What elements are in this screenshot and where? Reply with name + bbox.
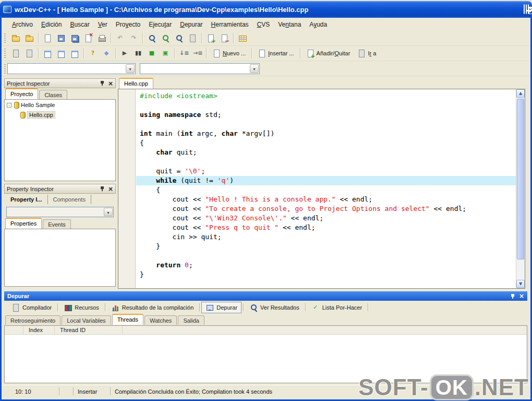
find-button[interactable]	[145, 32, 159, 44]
debug-diamond-button[interactable]: ◆	[100, 47, 113, 60]
project-tree[interactable]: -Hello SampleHello.cpp	[4, 99, 116, 181]
project-tab-proyecto[interactable]: Proyecto	[5, 88, 38, 99]
compile-button[interactable]	[9, 47, 22, 60]
find-next-button[interactable]	[172, 32, 186, 44]
menu-ejecutar[interactable]: Ejecutar	[144, 19, 176, 30]
menu-buscar[interactable]: Buscar	[66, 19, 93, 30]
depurar-button[interactable]: Depurar	[201, 302, 241, 313]
next-step-button[interactable]: ↓≡	[177, 47, 190, 60]
save-all-button[interactable]	[68, 32, 81, 44]
tree-node-hello-sample[interactable]: -Hello Sample	[5, 100, 115, 110]
a-adir-quitar-button[interactable]: Añadir/Quitar	[303, 48, 354, 58]
print-button[interactable]	[95, 32, 108, 44]
ver-resultados-button[interactable]: Ver Resultados	[245, 302, 304, 313]
editor-tab-hello-cpp[interactable]: Hello.cpp	[119, 78, 153, 89]
menu-ayuda[interactable]: Ayuda	[305, 19, 331, 30]
add-file-button[interactable]	[204, 32, 217, 44]
property-object-combo[interactable]: ▼	[6, 207, 114, 217]
lista-por-hacer-button[interactable]: ✓Lista Por-Hacer	[307, 302, 366, 313]
pause-button[interactable]: ▮▮	[131, 47, 145, 60]
nuevo-button[interactable]: Nuevo ...	[209, 48, 249, 58]
scrollbar-thumb[interactable]	[517, 99, 524, 260]
chevron-down-icon[interactable]: ▼	[126, 64, 135, 73]
chevron-down-icon[interactable]: ▼	[104, 208, 113, 216]
toolbar-grip[interactable]	[4, 33, 6, 43]
menu-archivo[interactable]: Archivo	[8, 19, 37, 30]
open-project-button[interactable]	[9, 32, 22, 44]
prop-top-tab-property-i[interactable]: Property I...	[5, 195, 48, 204]
project-inspector-header[interactable]: Project Inspector ×	[4, 78, 116, 88]
menu-cvs[interactable]: CVS	[253, 19, 274, 30]
property-grid[interactable]	[4, 229, 116, 287]
stop-button[interactable]: ■	[145, 47, 159, 60]
close-file-button[interactable]	[81, 32, 95, 44]
new-form-button[interactable]	[41, 47, 54, 60]
minimize-button[interactable]	[524, 4, 525, 14]
menu-ventana[interactable]: Ventana	[274, 19, 305, 30]
close-icon[interactable]: ×	[108, 186, 113, 192]
toolbar-separator	[368, 303, 368, 311]
maximize-button[interactable]	[526, 4, 527, 14]
column-header-index[interactable]: Index	[23, 326, 55, 334]
insertar-button[interactable]: Insertar ...	[254, 48, 298, 58]
project-node-icon	[13, 101, 19, 109]
title-bar[interactable]: wxDev-C++ - [ Hello Sample ] - C:\Archiv…	[0, 1, 532, 18]
editor-code-area[interactable]: #include <iostream> using namespace std;…	[136, 89, 516, 288]
new-file-button[interactable]	[41, 32, 54, 44]
debug-tab-retroseguimiento[interactable]: Retroseguimiento	[5, 315, 61, 325]
chevron-down-icon[interactable]: ▼	[250, 64, 259, 73]
resultado-de-la-compilaci-n-button[interactable]: Resultado de la compilación	[107, 302, 198, 313]
goto-line-button[interactable]	[186, 32, 199, 44]
debug-run-toolbar: ?◆▶▮▮■▣↓≡→≡Nuevo ...Insertar ...Añadir/Q…	[2, 46, 530, 61]
compilador-button[interactable]: Compilador	[7, 302, 56, 313]
toolbar-grip[interactable]	[4, 49, 6, 58]
redo-button[interactable]: ↷	[127, 32, 140, 44]
code-editor[interactable]: #include <iostream> using namespace std;…	[118, 89, 525, 289]
menu-depurar[interactable]: Depurar	[176, 19, 207, 30]
pin-icon[interactable]	[510, 293, 516, 300]
editor-vertical-scrollbar[interactable]: ▲ ▼	[516, 89, 525, 288]
form-properties-button[interactable]	[54, 47, 68, 60]
close-icon[interactable]: ×	[108, 80, 113, 87]
step-into-button[interactable]: →≡	[190, 47, 204, 60]
tree-node-hello-cpp[interactable]: Hello.cpp	[5, 110, 115, 120]
collapse-icon[interactable]: -	[7, 103, 11, 108]
pin-icon[interactable]	[99, 80, 105, 87]
prop-top-tab-components[interactable]: Components	[48, 195, 91, 204]
remove-file-button[interactable]	[217, 32, 231, 44]
debug-tab-threads[interactable]: Threads	[112, 314, 143, 325]
project-options-button[interactable]	[236, 32, 249, 44]
compile-all-button[interactable]	[22, 47, 36, 60]
scroll-up-icon[interactable]: ▲	[516, 89, 525, 98]
find-in-files-button[interactable]	[159, 32, 172, 44]
save-button[interactable]	[54, 32, 68, 44]
property-tab-events[interactable]: Events	[43, 219, 71, 229]
run-to-cursor-button[interactable]: ▣	[159, 47, 172, 60]
recursos-button[interactable]: Recursos	[59, 302, 103, 313]
compiler-combo[interactable]: ▼	[7, 63, 136, 74]
form-code-button[interactable]	[68, 47, 81, 60]
debug-tab-local-variables[interactable]: Local Variables	[62, 315, 111, 325]
close-button[interactable]	[528, 4, 529, 14]
menu-ver[interactable]: Ver	[94, 19, 112, 30]
menu-proyecto[interactable]: Proyecto	[112, 19, 144, 30]
debug-tab-salida[interactable]: Salida	[178, 315, 204, 325]
toolbar-grip[interactable]	[4, 64, 6, 74]
menu-herramientas[interactable]: Herramientas	[207, 19, 253, 30]
scroll-down-icon[interactable]: ▼	[516, 280, 525, 288]
debug-tab-watches[interactable]: Watches	[144, 315, 177, 325]
property-inspector-header[interactable]: Property Inspector ×	[4, 184, 116, 194]
column-header-thread-id[interactable]: Thread ID	[55, 326, 123, 334]
ir-a-button[interactable]: Ir a	[354, 48, 380, 58]
members-combo[interactable]: ▼	[140, 63, 260, 74]
menu-edici-n[interactable]: Edición	[37, 19, 66, 30]
profile-button[interactable]: ?	[86, 47, 100, 60]
run-button[interactable]: ▶	[118, 47, 131, 60]
close-icon[interactable]: ×	[519, 293, 524, 299]
project-tab-clases[interactable]: Clases	[39, 90, 67, 99]
pin-icon[interactable]	[99, 185, 105, 192]
undo-button[interactable]: ↶	[113, 32, 127, 44]
open-file-button[interactable]	[22, 32, 36, 44]
property-tab-properties[interactable]: Properties	[5, 218, 42, 229]
debug-panel-header[interactable]: Depurar ×	[4, 291, 527, 301]
